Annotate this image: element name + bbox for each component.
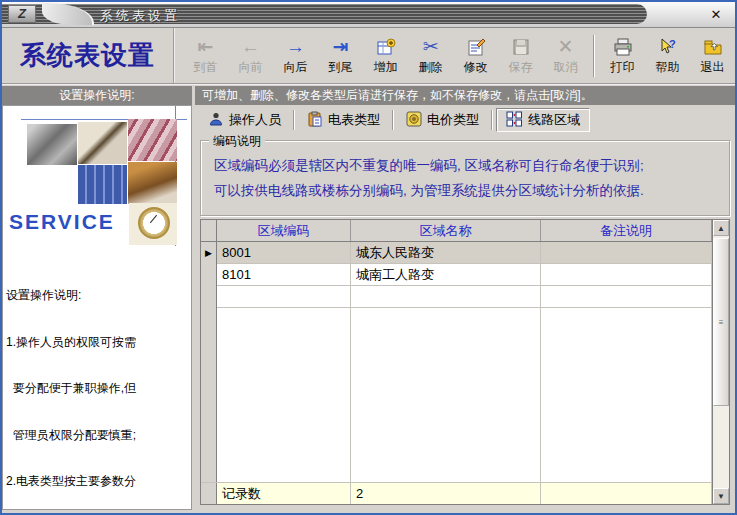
table-row[interactable]: ▶ 8001 城东人民路变: [201, 242, 712, 264]
table-empty-area: [201, 308, 712, 482]
footer-selector-cell: [201, 483, 217, 504]
first-label: 到首: [194, 59, 218, 76]
instruction-line: 管理员权限分配要慎重;: [6, 428, 190, 444]
prev-label: 向前: [239, 59, 263, 76]
pen-photo: [78, 122, 127, 164]
last-icon: ⇥: [333, 35, 349, 59]
record-count-label: 记录数: [217, 483, 351, 504]
watch-face: [138, 207, 170, 239]
scrollbar-thumb[interactable]: ≡: [713, 238, 729, 406]
tab-operators[interactable]: 操作人员: [199, 108, 290, 132]
selector-header-cell: [201, 220, 217, 241]
delete-button[interactable]: ✂ 删除: [408, 32, 453, 80]
save-label: 保存: [509, 59, 533, 76]
instruction-line: 1.操作人员的权限可按需: [6, 335, 190, 351]
column-header-note[interactable]: 备注说明: [541, 220, 712, 241]
scrollbar-track[interactable]: ≡: [713, 236, 729, 488]
add-label: 增加: [374, 59, 398, 76]
clipboard-icon: [307, 111, 323, 130]
tab-label: 电表类型: [328, 111, 380, 129]
modify-label: 修改: [464, 59, 488, 76]
record-count-value: 2: [351, 483, 541, 504]
tab-separator: [293, 110, 295, 130]
exit-folder-icon: [703, 35, 723, 59]
scissors-icon: ✂: [423, 35, 439, 59]
cell-note[interactable]: [541, 264, 712, 286]
empty-cell: [217, 308, 351, 482]
row-selector-arrow: ▶: [201, 242, 217, 264]
footer-empty-cell: [541, 483, 712, 504]
row-selector: [201, 286, 217, 308]
printer-icon: [613, 35, 633, 59]
last-button[interactable]: ⇥ 到尾: [318, 32, 363, 80]
tab-separator: [392, 110, 394, 130]
print-button[interactable]: 打印: [600, 32, 645, 80]
add-record-icon: [376, 35, 396, 59]
table-header-row: 区域编码 区域名称 备注说明: [201, 220, 712, 242]
next-label: 向后: [284, 59, 308, 76]
exit-button[interactable]: 退出: [690, 32, 735, 80]
instruction-line: 2.电表类型按主要参数分: [6, 474, 190, 490]
table-footer-row: 记录数 2: [201, 482, 712, 504]
prev-icon: ←: [241, 35, 260, 59]
row-selector: [201, 308, 217, 482]
tab-label: 操作人员: [229, 111, 281, 129]
edit-icon: [466, 35, 486, 59]
tab-meter-types[interactable]: 电表类型: [298, 108, 389, 132]
empty-cell: [217, 286, 351, 308]
region-table: 区域编码 区域名称 备注说明 ▶ 8001 城东人民路变 8101 城南工人路变: [200, 219, 730, 505]
help-cursor-icon: ?: [658, 35, 678, 59]
empty-cell: [541, 308, 712, 482]
toolbar-row: 系统表设置 ⇤ 到首 ← 向前 → 向后 ⇥ 到尾: [2, 28, 735, 85]
cell-note[interactable]: [541, 242, 712, 264]
add-button[interactable]: 增加: [363, 32, 408, 80]
tab-price-types[interactable]: 电价类型: [397, 108, 488, 132]
tools-photo: [27, 124, 77, 165]
tab-line-regions[interactable]: 线路区域: [496, 108, 590, 132]
instruction-line: 要分配便于兼职操作,但: [6, 381, 190, 397]
app-window: Z 系统表设置 ✕ 系统表设置 ⇤ 到首 ← 向前 → 向后 ⇥ 到尾: [0, 0, 737, 515]
tab-separator: [491, 110, 493, 130]
instruction-line: 设置操作说明:: [6, 288, 190, 304]
cell-name[interactable]: 城东人民路变: [351, 242, 541, 264]
tab-bar: 操作人员 电表类型 电价类型 线路区域: [195, 106, 735, 134]
tab-label: 线路区域: [528, 111, 580, 129]
table-row[interactable]: 8101 城南工人路变: [201, 264, 712, 286]
instructions-text: 设置操作说明: 1.操作人员的权限可按需 要分配便于兼职操作,但 管理员权限分配…: [3, 254, 191, 510]
help-button[interactable]: ? 帮助: [645, 32, 690, 80]
prev-button: ← 向前: [228, 32, 273, 80]
column-header-name[interactable]: 区域名称: [351, 220, 541, 241]
exit-label: 退出: [701, 59, 725, 76]
code-explanation-line: 区域编码必须是辖区内不重复的唯一编码, 区域名称可自行命名便于识别;: [214, 153, 729, 178]
cell-code[interactable]: 8001: [217, 242, 351, 264]
service-text: SERVICE: [9, 210, 115, 234]
code-explanation-line: 可以按供电线路或楼栋分别编码, 为管理系统提供分区域统计分析的依据.: [214, 178, 729, 203]
groupbox-legend: 编码说明: [209, 133, 265, 150]
service-collage-image: SERVICE: [3, 106, 191, 254]
empty-cell: [541, 286, 712, 308]
coin-icon: [406, 111, 422, 130]
app-title-panel: 系统表设置: [2, 28, 175, 83]
empty-row: [201, 286, 712, 308]
cell-code[interactable]: 8101: [217, 264, 351, 286]
next-button[interactable]: → 向后: [273, 32, 318, 80]
first-button: ⇤ 到首: [183, 32, 228, 80]
modify-button[interactable]: 修改: [453, 32, 498, 80]
help-label: 帮助: [656, 59, 680, 76]
code-explanation-groupbox: 编码说明 区域编码必须是辖区内不重复的唯一编码, 区域名称可自行命名便于识别; …: [200, 140, 730, 216]
keyboard-photo: [78, 165, 127, 204]
scroll-down-icon[interactable]: ▼: [713, 488, 729, 504]
rulers-photo: [128, 119, 177, 161]
column-header-code[interactable]: 区域编码: [217, 220, 351, 241]
book-photo: [128, 162, 177, 204]
close-icon[interactable]: ✕: [707, 6, 725, 24]
vertical-scrollbar[interactable]: ▲ ≡ ▼: [712, 220, 729, 504]
person-icon: [208, 111, 224, 130]
empty-cell: [351, 308, 541, 482]
app-logo-icon: Z: [8, 5, 36, 23]
cell-name[interactable]: 城南工人路变: [351, 264, 541, 286]
sidebar: SERVICE 设置操作说明: 1.操作人员的权限可按需 要分配便于兼职操作,但…: [2, 105, 192, 510]
scroll-up-icon[interactable]: ▲: [713, 220, 729, 236]
delete-label: 删除: [419, 59, 443, 76]
region-blocks-icon: [506, 111, 523, 130]
